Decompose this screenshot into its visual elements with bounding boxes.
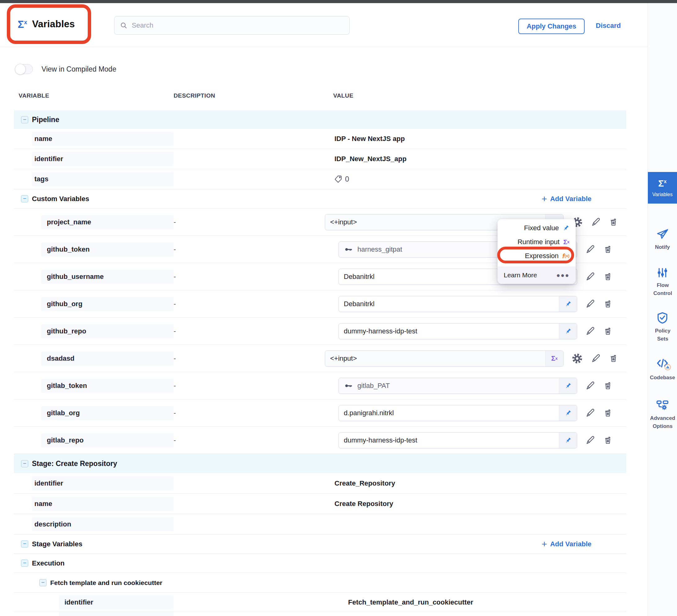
value-input[interactable]: dummy-harness-idp-test xyxy=(338,323,577,339)
collapse-icon-execution[interactable]: − xyxy=(21,560,28,567)
edit-pencil-icon[interactable] xyxy=(591,217,601,227)
table-row-partial xyxy=(14,612,626,616)
variable-description: - xyxy=(174,409,176,417)
variable-value: IDP - New NextJS app xyxy=(334,135,405,143)
apply-changes-button[interactable]: Apply Changes xyxy=(518,18,585,34)
value-input[interactable]: dummy-harness-idp-test xyxy=(338,432,577,448)
search-icon xyxy=(120,22,127,29)
variable-description: - xyxy=(174,436,176,444)
menu-item-runtime-input[interactable]: Runtime input Σx xyxy=(498,235,576,249)
tag-icon xyxy=(334,175,343,183)
variable-label: identifier xyxy=(59,595,174,610)
menu-item-expression[interactable]: Expression f(x) xyxy=(498,249,576,263)
pin-icon[interactable] xyxy=(565,382,572,389)
group-row-custom-variables: − Custom Variables +Add Variable xyxy=(14,189,626,208)
pin-icon[interactable] xyxy=(565,300,572,307)
edit-pencil-icon[interactable] xyxy=(585,435,595,445)
group-row-step: − Fetch template and run cookiecutter xyxy=(14,573,626,593)
compiled-mode-toggle[interactable] xyxy=(15,64,33,74)
step-group-title: Fetch template and run cookiecutter xyxy=(50,579,163,586)
variable-label: github_token xyxy=(41,242,174,256)
value-input[interactable]: Debanitrkl xyxy=(338,296,577,312)
pin-icon[interactable] xyxy=(565,437,572,444)
table-row-pipeline-name: name IDP - New NextJS app xyxy=(14,129,626,149)
pin-icon[interactable] xyxy=(565,410,572,417)
table-row-stage-name: name Create Repository xyxy=(14,493,626,514)
variable-label: tags xyxy=(32,172,174,186)
variable-label: project_name xyxy=(41,215,174,229)
value-input[interactable]: <+input>Σx xyxy=(325,350,563,367)
variable-label: github_username xyxy=(41,270,174,284)
variable-label: gitlab_org xyxy=(41,406,174,420)
group-row-stage-variables: − Stage Variables +Add Variable xyxy=(14,534,626,554)
search-box[interactable] xyxy=(114,16,350,35)
variable-label: identifier xyxy=(32,152,174,166)
value-input[interactable]: d.panigrahi.nitrkl xyxy=(338,405,577,421)
collapse-icon-stage[interactable]: − xyxy=(21,460,28,467)
table-row-gitlab-repo: gitlab_repo - dummy-harness-idp-test xyxy=(14,427,626,454)
delete-trash-icon[interactable] xyxy=(603,436,613,445)
ellipsis-icon: ●●● xyxy=(556,272,570,279)
collapse-icon-custom-variables[interactable]: − xyxy=(21,195,28,202)
delete-trash-icon[interactable] xyxy=(603,245,613,254)
delete-trash-icon[interactable] xyxy=(603,381,613,390)
value-input[interactable]: gitlab_PAT xyxy=(338,378,577,394)
delete-trash-icon[interactable] xyxy=(603,327,613,336)
collapse-icon-step[interactable]: − xyxy=(39,579,46,586)
runtime-input-icon[interactable]: Σx xyxy=(545,351,563,366)
delete-trash-icon[interactable] xyxy=(609,218,618,227)
panel-header: Σx Variables Apply Changes Discard xyxy=(0,3,647,47)
flow-control-sliders-icon xyxy=(656,267,669,279)
group-row-execution: − Execution xyxy=(14,554,626,573)
toggle-knob xyxy=(15,64,26,75)
variable-value: IDP_New_NextJS_app xyxy=(334,155,406,163)
collapse-icon-stage-variables[interactable]: − xyxy=(21,540,28,548)
sidebar-item-advanced-options[interactable]: Advanced Options xyxy=(648,398,677,431)
edit-pencil-icon[interactable] xyxy=(585,272,595,282)
discard-button[interactable]: Discard xyxy=(596,22,621,30)
section-row-stage: − Stage: Create Repository xyxy=(14,454,626,473)
codebase-warning-icon xyxy=(664,364,671,371)
edit-pencil-icon[interactable] xyxy=(585,381,595,391)
settings-gear-icon[interactable] xyxy=(572,353,583,364)
edit-pencil-icon[interactable] xyxy=(585,326,595,336)
variables-table: VARIABLE DESCRIPTION VALUE − Pipeline na… xyxy=(14,92,626,616)
sidebar-item-policy-sets[interactable]: Policy Sets xyxy=(648,312,677,343)
add-variable-button[interactable]: +Add Variable xyxy=(542,194,591,203)
sidebar-item-flow-control[interactable]: Flow Control xyxy=(648,267,677,298)
variable-label: identifier xyxy=(32,476,174,490)
delete-trash-icon[interactable] xyxy=(603,299,613,309)
variable-description: - xyxy=(174,300,176,308)
variable-label: gitlab_repo xyxy=(41,433,174,447)
sidebar-item-codebase[interactable]: Codebase xyxy=(648,356,677,382)
section-row-pipeline: − Pipeline xyxy=(14,110,626,129)
variable-label: name xyxy=(32,132,174,146)
annotation-title-highlight: Σx Variables xyxy=(7,4,91,44)
column-header-value: VALUE xyxy=(333,92,626,105)
variables-sigma-icon: Σx xyxy=(18,18,27,30)
menu-learn-more[interactable]: Learn More ●●● xyxy=(498,267,576,284)
delete-trash-icon[interactable] xyxy=(603,272,613,281)
sidebar-item-variables[interactable]: Σx Variables xyxy=(648,172,677,203)
tags-count: 0 xyxy=(345,175,349,183)
variable-description: - xyxy=(174,218,176,226)
add-variable-button[interactable]: +Add Variable xyxy=(542,539,591,549)
group-title-custom-variables: Custom Variables xyxy=(32,195,89,203)
edit-pencil-icon[interactable] xyxy=(585,408,595,418)
sidebar-item-notify[interactable]: Notify xyxy=(648,228,677,251)
delete-trash-icon[interactable] xyxy=(609,354,618,363)
edit-pencil-icon[interactable] xyxy=(585,299,595,309)
advanced-options-icon xyxy=(656,398,669,412)
value-type-menu: Fixed value Runtime input Σx Expression … xyxy=(498,219,576,284)
edit-pencil-icon[interactable] xyxy=(591,353,601,364)
pin-icon[interactable] xyxy=(565,328,572,335)
collapse-icon-pipeline[interactable]: − xyxy=(21,116,28,123)
menu-item-fixed-value[interactable]: Fixed value xyxy=(498,221,576,235)
table-row-pipeline-tags: tags 0 xyxy=(14,169,626,189)
delete-trash-icon[interactable] xyxy=(603,409,613,418)
secret-key-icon xyxy=(344,245,353,254)
edit-pencil-icon[interactable] xyxy=(585,244,595,254)
search-input[interactable] xyxy=(132,21,318,30)
table-header-row: VARIABLE DESCRIPTION VALUE xyxy=(14,92,626,105)
table-row-github-org: github_org - Debanitrkl xyxy=(14,290,626,318)
